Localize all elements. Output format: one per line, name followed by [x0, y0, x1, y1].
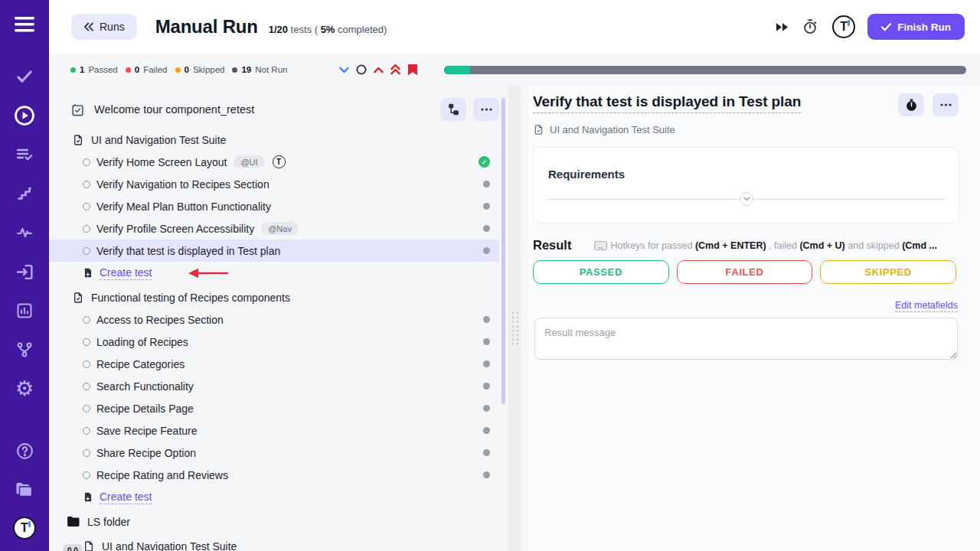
tree-test-row[interactable]: Verify Navigation to Recipes Section	[49, 173, 499, 195]
tree-row-label: LS folder	[87, 516, 130, 528]
bookmark-icon[interactable]	[407, 64, 418, 76]
steps-icon[interactable]	[9, 178, 40, 209]
tests-check-icon[interactable]	[9, 61, 40, 92]
import-signin-icon[interactable]	[9, 256, 40, 287]
tree-test-row[interactable]: Verify Meal Plan Button Functionality	[49, 195, 499, 217]
double-chevron-up-icon[interactable]	[390, 64, 400, 75]
test-bullet-icon	[83, 338, 90, 346]
tree-more-options-button[interactable]	[473, 98, 499, 121]
analytics-bar-chart-icon[interactable]	[9, 295, 40, 326]
runs-play-icon[interactable]	[9, 100, 40, 131]
menu-icon[interactable]	[9, 9, 40, 40]
file-plus-icon	[83, 267, 93, 279]
chevron-down-icon[interactable]	[339, 67, 349, 73]
row-status	[483, 316, 490, 323]
drag-handle-icon	[510, 310, 519, 345]
tag-badge[interactable]: @UI	[234, 155, 264, 168]
panel-resize-gutter[interactable]	[508, 86, 521, 551]
tree-test-row[interactable]: Access to Recipes Section	[49, 308, 499, 331]
passed-button[interactable]: PASSED	[533, 260, 669, 284]
test-bullet-icon	[83, 427, 90, 435]
test-bullet-icon	[83, 383, 90, 390]
test-bullet-icon	[83, 316, 90, 324]
branches-icon[interactable]	[9, 334, 40, 365]
requirements-card: Requirements	[533, 147, 959, 223]
finish-run-button[interactable]: Finish Run	[867, 14, 965, 40]
tree-test-row[interactable]: Recipe Rating and Reviews	[49, 464, 499, 486]
row-status	[483, 449, 490, 456]
status-notrun-icon	[483, 383, 490, 390]
back-to-runs-button[interactable]: Runs	[71, 14, 137, 40]
fast-forward-icon[interactable]	[774, 21, 789, 34]
tree-test-row[interactable]: Search Functionality	[49, 375, 499, 397]
breadcrumb-suite[interactable]: UI and Navigation Test Suite	[550, 124, 675, 135]
tree-test-row[interactable]: Loading of Recipes	[49, 331, 499, 353]
tree-suite-row[interactable]: UI and Navigation Test Suite	[49, 129, 499, 151]
app-logo[interactable]: T	[9, 513, 40, 543]
tree-suite2-row[interactable]: UI and Navigation Test Suite0.0	[49, 535, 499, 551]
tree-test-row[interactable]: Verify Home Screen Layout@UIT✓	[49, 151, 499, 173]
check-icon	[881, 23, 891, 31]
brand-logo[interactable]: T	[831, 14, 857, 40]
tree-row-label: Share Recipe Option	[96, 447, 196, 459]
test-title[interactable]: Verify that test is displayed in Test pl…	[533, 93, 801, 113]
tree-suite-row[interactable]: Functional testing of Recipes components	[49, 286, 499, 308]
tree-row-label: Verify Home Screen Layout	[96, 156, 227, 168]
result-title: Result	[533, 238, 571, 253]
status-notrun-icon	[483, 247, 490, 254]
tree-test-row[interactable]: Share Recipe Option	[49, 442, 499, 464]
stopwatch-button[interactable]	[898, 93, 924, 116]
row-status	[483, 181, 490, 187]
hotkeys-hint: Hotkeys for passed (Cmd + ENTER) , faile…	[594, 240, 937, 251]
projects-folder-icon[interactable]	[9, 474, 40, 505]
tree-row-label: Verify Profile Screen Accessibility	[96, 223, 254, 235]
test-bullet-icon	[83, 203, 90, 210]
row-status	[483, 247, 490, 254]
tag-badge[interactable]: @Nav	[261, 222, 299, 235]
file-check-icon	[72, 292, 84, 304]
requirements-title: Requirements	[548, 168, 945, 181]
help-icon[interactable]	[9, 435, 40, 466]
tree-test-row[interactable]: Verify that test is displayed in Test pl…	[49, 240, 499, 262]
row-status	[483, 338, 490, 345]
tree-folder-row[interactable]: LS folder	[49, 510, 499, 533]
status-notrun-icon	[483, 427, 490, 434]
result-message-input[interactable]	[534, 318, 958, 360]
tree-row-label: Recipe Rating and Reviews	[96, 469, 228, 481]
red-arrow-annotation	[187, 268, 230, 279]
skipped-button[interactable]: SKIPPED	[820, 260, 956, 284]
tree-test-row[interactable]: Save Recipe Feature	[49, 419, 499, 442]
tree-create-row[interactable]: Create test	[49, 486, 499, 508]
row-status	[483, 427, 490, 434]
automation-logo-icon: T	[273, 155, 286, 168]
settings-gear-icon[interactable]: ⚙	[9, 373, 40, 404]
edit-metafields-link[interactable]: Edit metafields	[895, 300, 958, 312]
status-notrun-icon	[483, 225, 490, 232]
sidebar: ⚙ T	[0, 0, 49, 551]
ellipsis-icon	[481, 108, 492, 111]
tree-create-row[interactable]: Create test	[49, 262, 499, 284]
test-plans-icon[interactable]	[9, 139, 40, 170]
test-bullet-icon	[83, 360, 90, 368]
tree-test-row[interactable]: Recipe Categories	[49, 353, 499, 375]
tree-test-row[interactable]: Verify Profile Screen Accessibility@Nav	[49, 217, 499, 240]
test-bullet-icon	[83, 449, 90, 457]
failed-button[interactable]: FAILED	[677, 260, 813, 284]
status-notrun-icon	[483, 449, 490, 456]
requirements-collapse-toggle[interactable]	[740, 192, 753, 206]
test-more-options-button[interactable]	[933, 93, 959, 116]
tree-row-label: Create test	[100, 266, 152, 280]
runs-button-label: Runs	[100, 21, 125, 33]
status-notrun-icon	[483, 181, 490, 187]
status-notrun-icon	[483, 360, 490, 367]
tree-scrollbar[interactable]	[501, 98, 505, 404]
test-bullet-icon	[83, 181, 90, 188]
timer-icon[interactable]	[800, 17, 820, 37]
tree-test-row[interactable]: Recipe Details Page	[49, 397, 499, 419]
group-by-suite-button[interactable]	[440, 98, 466, 121]
circle-priority-icon[interactable]	[356, 64, 367, 75]
activity-pulse-icon[interactable]	[9, 217, 40, 248]
test-detail-panel: Verify that test is displayed in Test pl…	[528, 86, 980, 551]
tree-row-label: Search Functionality	[96, 380, 194, 393]
chevron-up-icon[interactable]	[374, 67, 384, 73]
